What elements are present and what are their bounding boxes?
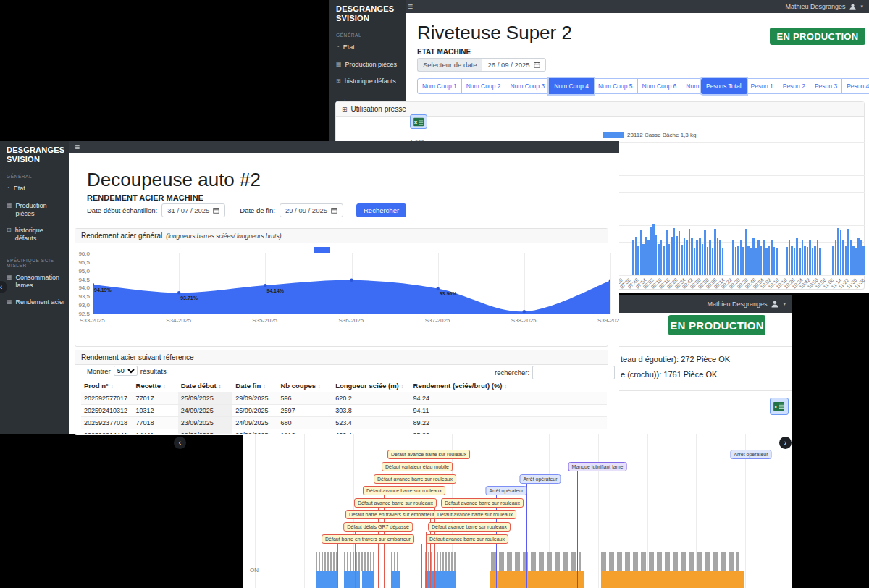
- peson-button-1[interactable]: Pesons Total: [701, 78, 747, 94]
- peson-button-5[interactable]: Peson 4: [841, 78, 869, 94]
- sort-icon: ↕: [263, 384, 266, 389]
- divider: [619, 346, 792, 347]
- state-segment-orange: [490, 571, 584, 588]
- peson-button-3[interactable]: Peson 2: [778, 78, 810, 94]
- screen: ≡ Mathieu Desgranges ▾ DESGRANGES SVISIO…: [0, 0, 869, 588]
- column-header[interactable]: Nb coupes↕: [277, 379, 332, 392]
- date-value: 31 / 07 / 2025: [167, 206, 209, 214]
- table-cell: 202592410312: [81, 405, 133, 417]
- table-cell: 89.22: [411, 417, 607, 429]
- show-suffix: résultats: [140, 367, 167, 375]
- num-coup-button-3[interactable]: Num Coup 3: [505, 78, 550, 94]
- table-icon: ⊞: [7, 227, 12, 234]
- date-start-input[interactable]: 31 / 07 / 2025: [161, 203, 225, 217]
- chart-icon: ▦: [7, 202, 12, 209]
- sidebar-item-label: Rendement acier: [16, 298, 66, 306]
- sidebar-item-etat[interactable]: ◔Etat: [329, 39, 406, 56]
- table-row[interactable]: 2025923770187701823/09/202524/09/2025680…: [81, 417, 607, 429]
- table-icon: ⊞: [342, 106, 348, 113]
- sidebar-item-label: historique défauts: [15, 227, 66, 243]
- column-header[interactable]: Prod n°↕: [81, 379, 133, 392]
- axis-label: ON: [243, 567, 259, 574]
- column-header[interactable]: Rendement (sciée/brut) (%)↕: [411, 379, 607, 392]
- chevron-down-icon: ▾: [860, 4, 863, 9]
- page-size-control: Montrer 50 résultats: [87, 366, 167, 376]
- export-excel-button[interactable]: x: [410, 114, 427, 129]
- user-menu[interactable]: Mathieu Desgranges ▾: [707, 300, 786, 308]
- window-timeline: ONDéfaut avance barre sur rouleauxDéfaut…: [243, 434, 792, 588]
- divider: [619, 390, 792, 391]
- date-end-label: Date de fin:: [240, 206, 275, 214]
- panel-header: Rendement acier général (longueurs barre…: [75, 229, 608, 243]
- menu-toggle-icon[interactable]: ≡: [75, 143, 80, 151]
- peson-button-4[interactable]: Peson 3: [810, 78, 842, 94]
- table-cell: 94.11: [411, 405, 607, 417]
- column-header[interactable]: Recette↕: [133, 379, 178, 392]
- table-row[interactable]: 2025922144411444122/09/202523/09/2025181…: [81, 429, 607, 435]
- table-cell: 202592214441: [81, 429, 133, 435]
- column-header[interactable]: Date fin↕: [232, 379, 277, 392]
- annotation-stop: Arrêt opérateur: [519, 474, 561, 484]
- table-cell: 23/09/2025: [232, 429, 277, 435]
- table-cell: 596: [277, 392, 332, 405]
- num-coup-button-5[interactable]: Num Coup 5: [593, 78, 638, 94]
- export-excel-button[interactable]: x: [770, 398, 789, 415]
- timeline-next-button[interactable]: ›: [779, 437, 792, 449]
- legend-swatch: [603, 132, 624, 138]
- sidebar-item-etat[interactable]: ◔Etat: [0, 180, 69, 197]
- annotation-defect: Défaut barre en travers sur embarreur: [322, 534, 414, 544]
- chevron-right-icon: ›: [784, 439, 786, 447]
- annotation-line: [577, 471, 578, 588]
- column-header[interactable]: Longueur sciée (m)↕: [332, 379, 410, 392]
- table-row[interactable]: 2025925770177701725/09/202529/09/2025596…: [81, 392, 607, 405]
- excel-icon: x: [773, 401, 785, 411]
- state-segment-blue: [316, 571, 337, 588]
- sidebar-item-consommation-lames[interactable]: ▦Consommation lames: [0, 269, 69, 295]
- num-coup-button-6[interactable]: Num Coup 6: [637, 78, 682, 94]
- table-cell: 10312: [133, 405, 178, 417]
- num-coup-button-2[interactable]: Num Coup 2: [461, 78, 506, 94]
- chevron-left-icon: ‹: [0, 283, 2, 291]
- date-input[interactable]: 26 / 09 / 2025: [482, 58, 545, 72]
- svg-text:x: x: [774, 403, 778, 410]
- annotation-defect: Défaut variateur étau mobile: [382, 462, 453, 471]
- sidebar-item-production-pi-ces[interactable]: ▦Production pièces: [329, 56, 406, 73]
- table-row[interactable]: 2025924103121031224/09/202525/09/2025259…: [81, 405, 607, 417]
- peson-button-2[interactable]: Peson 1: [746, 78, 778, 94]
- legend-swatch: [314, 247, 330, 253]
- num-coup-button-4[interactable]: Num Coup 4: [549, 78, 594, 94]
- date-end-input[interactable]: 29 / 09 / 2025: [280, 203, 343, 217]
- sidebar-item-historique-d-fauts[interactable]: ⊞historique défauts: [329, 73, 406, 90]
- sidebar-item-historique-d-fauts[interactable]: ⊞historique défauts: [0, 222, 69, 248]
- annotation-line: [434, 508, 435, 588]
- sort-icon: ↕: [401, 384, 404, 389]
- user-name: Mathieu Desgranges: [785, 3, 845, 10]
- table-cell: 303.8: [332, 405, 410, 417]
- rendement-general-panel: Rendement acier général (longueurs barre…: [75, 228, 608, 347]
- num-coup-button-group: Num Coup 1Num Coup 2Num Coup 3Num Coup 4…: [417, 78, 726, 94]
- annotation-defect: Défaut avance barre sur rouleaux: [363, 486, 445, 495]
- gridline: [598, 434, 599, 588]
- date-value: 26 / 09 / 2025: [487, 61, 529, 69]
- cycle-comb: [316, 552, 337, 571]
- annotation-stop: Arrêt opérateur: [485, 486, 526, 495]
- table-cell: 2597: [277, 405, 332, 417]
- menu-toggle-icon[interactable]: ≡: [408, 2, 413, 11]
- table-cell: 620.2: [332, 392, 410, 405]
- column-header[interactable]: Date début↕: [178, 379, 233, 392]
- search-button[interactable]: Rechercher: [356, 203, 406, 217]
- sidebar-item-rendement-acier[interactable]: ▦Rendement acier: [0, 294, 69, 311]
- annotation-defect: Défaut avance barre sur rouleaux: [374, 474, 456, 484]
- timeline-prev-button[interactable]: ‹: [174, 437, 186, 449]
- search-label: rechercher:: [495, 369, 529, 377]
- table-search-input[interactable]: [532, 366, 615, 379]
- page-title: Riveteuse Super 2: [417, 22, 572, 44]
- user-menu[interactable]: Mathieu Desgranges ▾: [785, 3, 863, 11]
- annotation-line: [337, 544, 338, 588]
- page-size-select[interactable]: 50: [114, 366, 138, 376]
- sidebar-item-label: Etat: [14, 185, 25, 193]
- window-decoupeuse: DESGRANGES SVISIONGÉNÉRAL◔Etat▦Productio…: [0, 141, 619, 434]
- sidebar-item-production-pi-ces[interactable]: ▦Production pièces: [0, 198, 69, 223]
- num-coup-button-1[interactable]: Num Coup 1: [417, 78, 462, 94]
- table-cell: 400.4: [332, 429, 410, 435]
